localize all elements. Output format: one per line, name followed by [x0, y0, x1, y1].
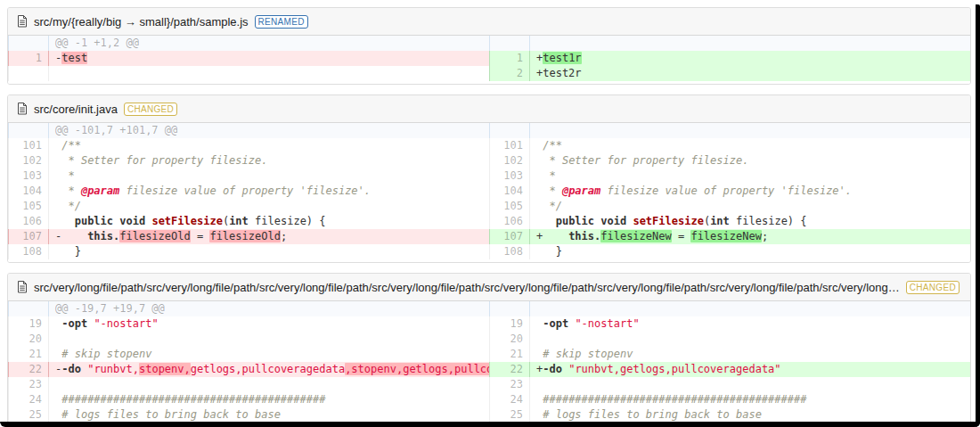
- word-diff-highlight: filesizeNew: [600, 230, 671, 242]
- code-segment: *: [543, 169, 555, 182]
- code-line: [530, 377, 970, 392]
- code-segment: * Setter for property filesize.: [543, 154, 748, 167]
- code-segment: filesize value of property 'filesize'.: [119, 185, 371, 197]
- code-segment: int: [229, 215, 249, 227]
- code-segment: @param: [81, 185, 119, 197]
- code-segment: @param: [562, 185, 600, 197]
- code-line: *: [530, 168, 970, 184]
- code-segment: public: [556, 215, 594, 227]
- code-line: /**: [49, 138, 489, 153]
- file-header: src/core/init.javaCHANGED: [8, 95, 970, 123]
- hunk-linenumber-cell: [489, 36, 530, 51]
- code-segment: }: [55, 245, 81, 258]
- line-number: 1: [8, 51, 49, 66]
- line-number: 106: [489, 214, 530, 229]
- code-line: /**: [530, 138, 970, 153]
- code-line: # logs files to bring back to base: [530, 407, 970, 423]
- code-segment: # logs files to bring back to base: [61, 408, 281, 421]
- word-diff-highlight: ,stopenv,getlogs,pullcoveragedata": [345, 363, 489, 375]
- file-icon: [17, 281, 28, 293]
- hunk-header: @@ -19,7 +19,7 @@: [49, 301, 489, 316]
- line-number: [8, 66, 49, 81]
- word-diff-highlight: test1r: [543, 52, 581, 64]
- code-segment: /**: [61, 139, 81, 152]
- code-segment: [55, 215, 75, 227]
- code-line: * @param filesize value of property 'fil…: [49, 184, 489, 199]
- code-segment: [536, 215, 556, 227]
- word-diff-highlight: test: [61, 52, 87, 64]
- file-header: src/my/{really/big → small}/path/sample.…: [8, 8, 970, 36]
- code-segment: -: [55, 230, 87, 242]
- code-segment: filesize value of property 'filesize'.: [600, 185, 852, 197]
- code-line: # skip stopenv: [530, 347, 970, 362]
- code-line: + this.filesizeNew = filesizeNew;: [530, 229, 970, 244]
- line-number: 101: [489, 138, 530, 153]
- hunk-header: [530, 123, 970, 138]
- code-line: [49, 377, 489, 392]
- line-number: 1: [489, 51, 530, 66]
- code-segment: int: [710, 215, 730, 227]
- code-line: -opt "-nostart": [530, 316, 970, 332]
- code-segment: # skip stopenv: [61, 348, 151, 360]
- code-segment: filesize) {: [730, 215, 807, 227]
- file-name: src/core/init.java: [34, 103, 118, 116]
- line-number: 25: [489, 407, 530, 423]
- line-number: 22: [489, 362, 530, 377]
- code-segment: *: [61, 185, 81, 197]
- code-segment: *: [61, 169, 74, 182]
- line-number: 24: [489, 392, 530, 407]
- line-number: 23: [489, 377, 530, 392]
- code-segment: this.: [87, 230, 119, 242]
- line-number: 104: [8, 184, 49, 199]
- code-segment: =: [191, 230, 210, 242]
- code-segment: }: [536, 245, 562, 258]
- diff-table: @@ -101,7 +101,7 @@101 /**101 /**102 * S…: [8, 123, 970, 262]
- code-line: *: [49, 168, 489, 184]
- code-line: }: [49, 244, 489, 259]
- code-segment: ########################################…: [61, 393, 325, 406]
- file-panel: src/core/init.javaCHANGED@@ -101,7 +101,…: [7, 94, 971, 263]
- file-panel: src/very/long/file/path/src/very/long/fi…: [7, 273, 971, 426]
- code-line: --do "runbvt,stopenv,getlogs,pullcoverag…: [49, 362, 489, 377]
- line-number: 25: [8, 407, 49, 423]
- line-number: 108: [489, 244, 530, 259]
- line-number: 106: [8, 214, 49, 229]
- word-diff-highlight: filesizeOld: [209, 230, 280, 242]
- word-diff-highlight: filesizeOld: [119, 230, 190, 242]
- code-line: +test2r: [530, 66, 970, 81]
- code-segment: void: [600, 215, 626, 227]
- line-number: 24: [8, 392, 49, 407]
- line-number: 105: [8, 199, 49, 214]
- line-number: 2: [489, 66, 530, 81]
- code-segment: -do: [543, 363, 562, 375]
- code-line: public void setFilesize(int filesize) {: [49, 214, 489, 229]
- diff-viewer: src/my/{really/big → small}/path/sample.…: [0, 0, 980, 426]
- line-number: 23: [8, 377, 49, 392]
- code-line: ########################################…: [49, 392, 489, 407]
- hunk-header: @@ -101,7 +101,7 @@: [49, 123, 489, 138]
- code-line: }: [530, 244, 970, 259]
- line-number: 20: [489, 332, 530, 347]
- code-line: */: [530, 199, 970, 214]
- code-segment: "runbvt,: [87, 363, 139, 375]
- code-line: -test: [49, 51, 489, 66]
- code-line: public void setFilesize(int filesize) {: [530, 214, 970, 229]
- code-segment: "-nostart": [575, 317, 639, 330]
- line-number: 19: [8, 316, 49, 332]
- code-segment: # skip stopenv: [543, 348, 633, 360]
- code-segment: */: [543, 200, 562, 212]
- line-number: 102: [489, 153, 530, 168]
- line-number: 104: [489, 184, 530, 199]
- code-segment: ;: [281, 230, 287, 242]
- code-line: */: [49, 199, 489, 214]
- code-segment: public: [75, 215, 113, 227]
- code-segment: ########################################…: [543, 393, 806, 406]
- code-segment: *: [543, 185, 562, 197]
- code-segment: =: [672, 230, 691, 242]
- code-segment: getlogs,pullcoveragedata: [191, 363, 345, 375]
- line-number: 22: [8, 362, 49, 377]
- code-line: * @param filesize value of property 'fil…: [530, 184, 970, 199]
- file-header: src/very/long/file/path/src/very/long/fi…: [8, 274, 970, 301]
- line-number: 108: [8, 244, 49, 259]
- hunk-linenumber-cell: [489, 301, 530, 316]
